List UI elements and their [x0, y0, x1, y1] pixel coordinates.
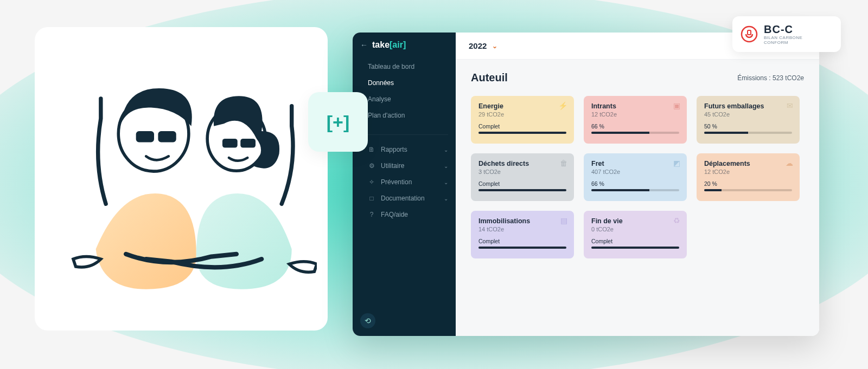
box-icon: ✉: [787, 101, 793, 110]
card-value: 29 tCO2e: [478, 111, 566, 118]
nav-divider: [360, 134, 448, 135]
content: Auteuil Émissions : 523 tCO2e ⚡Energie29…: [456, 60, 819, 270]
card-status: Complet: [478, 123, 566, 130]
card-status: 66 %: [591, 180, 679, 187]
book-icon: □: [368, 195, 375, 202]
card-title: Fret: [591, 160, 679, 167]
package-icon: ▣: [673, 101, 680, 110]
plus-badge: [+]: [308, 92, 368, 152]
nav-item-rapports[interactable]: 🗎Rapports⌄: [353, 141, 456, 158]
illustration-panel: [35, 27, 328, 331]
site-title: Auteuil: [471, 72, 508, 84]
help-icon: ?: [368, 211, 375, 218]
back-arrow-icon[interactable]: ←: [360, 41, 368, 49]
nav-item-label: Prévention: [381, 178, 412, 186]
card-status: 66 %: [591, 123, 679, 130]
svg-rect-6: [240, 139, 256, 148]
svg-rect-8: [748, 30, 751, 35]
svg-rect-4: [158, 131, 176, 142]
card-value: 12 tCO2e: [704, 169, 792, 175]
nav-item-label: Utilitaire: [381, 162, 404, 170]
svg-rect-5: [222, 139, 238, 148]
card-title: Déplacements: [704, 160, 792, 167]
card-d-chets-directs[interactable]: 🗑Déchets directs3 tCO2eComplet: [471, 153, 574, 201]
card-progress: [704, 189, 792, 191]
recycle-icon: ♻: [673, 216, 680, 225]
card-value: 45 tCO2e: [704, 111, 792, 118]
card-title: Déchets directs: [478, 160, 566, 167]
card-progress: [478, 247, 566, 249]
chevron-down-icon: ⌄: [444, 163, 448, 169]
svg-rect-3: [136, 131, 154, 142]
chevron-down-icon: ⌄: [444, 196, 448, 202]
nav-item-label: Documentation: [381, 195, 425, 202]
card-fin-de-vie[interactable]: ♻Fin de vie0 tCO2eComplet: [584, 211, 687, 258]
card-progress: [704, 132, 792, 134]
card-progress: [591, 189, 679, 191]
people-illustration: [46, 38, 317, 320]
card-progress: [478, 189, 566, 191]
app-logo-prefix: take: [372, 40, 390, 49]
truck-icon: ◩: [673, 159, 680, 167]
card-progress: [478, 132, 566, 134]
app-logo[interactable]: take[air]: [372, 40, 406, 50]
nav-item-faq-aide[interactable]: ?FAQ/aide: [353, 206, 456, 223]
bcc-text: BC-C BILAN CARBONE CONFORM: [764, 23, 802, 46]
main-area: 2022 ⌄ Auteuil Émissions : 523 tCO2e ⚡En…: [456, 33, 819, 336]
card-energie[interactable]: ⚡Energie29 tCO2eComplet: [471, 96, 574, 144]
card-status: Complet: [478, 238, 566, 244]
bcc-sub2: CONFORM: [764, 41, 802, 46]
card-title: Immobilisations: [478, 217, 566, 225]
card-title: Fin de vie: [591, 217, 679, 225]
card-value: 14 tCO2e: [478, 226, 566, 232]
card-value: 3 tCO2e: [478, 169, 566, 175]
card-status: Complet: [478, 180, 566, 187]
nav-item-tableau-de-bord[interactable]: Tableau de bord: [353, 59, 456, 75]
nav-item-utilitaire[interactable]: ⚙Utilitaire⌄: [353, 158, 456, 174]
card-intrants[interactable]: ▣Intrants12 tCO2e66 %: [584, 96, 687, 144]
sidebar-collapse-button[interactable]: ⟲: [360, 313, 375, 328]
bcc-badge: BC-C BILAN CARBONE CONFORM: [732, 16, 841, 52]
cloud-icon: ☁: [786, 159, 793, 167]
nav-item-analyse[interactable]: Analyse: [353, 91, 456, 107]
shield-icon: ✧: [368, 178, 375, 186]
nav-item-pr-vention[interactable]: ✧Prévention⌄: [353, 174, 456, 190]
cards-grid: ⚡Energie29 tCO2eComplet▣Intrants12 tCO2e…: [471, 96, 804, 258]
nav-item-label: Rapports: [381, 146, 407, 153]
nav-item-plan-d-action[interactable]: Plan d'action: [353, 107, 456, 124]
nav-primary: Tableau de bordDonnéesAnalysePlan d'acti…: [353, 55, 456, 131]
card-status: 50 %: [704, 123, 792, 130]
card-value: 407 tCO2e: [591, 169, 679, 175]
chevron-down-icon: ⌄: [492, 42, 497, 50]
sidebar: ← take[air] Tableau de bordDonnéesAnalys…: [353, 33, 456, 336]
trash-icon: 🗑: [560, 159, 567, 167]
nav-secondary: 🗎Rapports⌄⚙Utilitaire⌄✧Prévention⌄□Docum…: [353, 138, 456, 226]
card-immobilisations[interactable]: ▤Immobilisations14 tCO2eComplet: [471, 211, 574, 258]
chevron-down-icon: ⌄: [444, 179, 448, 185]
building-icon: ▤: [560, 216, 567, 225]
card-fret[interactable]: ◩Fret407 tCO2e66 %: [584, 153, 687, 201]
chevron-down-icon: ⌄: [444, 147, 448, 153]
card-progress: [591, 132, 679, 134]
emissions-total: Émissions : 523 tCO2e: [737, 74, 804, 82]
card-title: Energie: [478, 102, 566, 110]
app-window: ← take[air] Tableau de bordDonnéesAnalys…: [353, 33, 819, 336]
nav-item-documentation[interactable]: □Documentation⌄: [353, 190, 456, 206]
nav-item-donn-es[interactable]: Données: [353, 75, 456, 91]
card-value: 0 tCO2e: [591, 226, 679, 232]
sliders-icon: ⚙: [368, 162, 375, 170]
plus-badge-label: [+]: [327, 112, 350, 133]
card-value: 12 tCO2e: [591, 111, 679, 118]
card-status: Complet: [591, 238, 679, 244]
card-futurs-emballages[interactable]: ✉Futurs emballages45 tCO2e50 %: [697, 96, 800, 144]
year-select[interactable]: 2022 ⌄: [469, 41, 497, 50]
app-logo-bracket: [air]: [390, 40, 406, 49]
document-icon: 🗎: [368, 146, 375, 153]
card-d-placements[interactable]: ☁Déplacements12 tCO2e20 %: [697, 153, 800, 201]
year-value: 2022: [469, 41, 487, 50]
bcc-logo-icon: [740, 25, 758, 43]
card-title: Intrants: [591, 102, 679, 110]
bcc-title: BC-C: [764, 23, 802, 36]
nav-item-label: FAQ/aide: [381, 211, 408, 218]
card-progress: [591, 247, 679, 249]
